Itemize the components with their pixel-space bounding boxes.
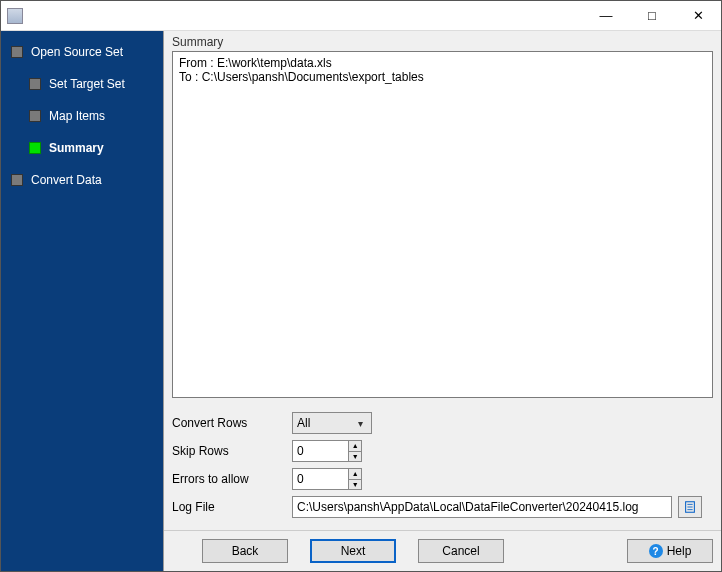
- chevron-down-icon: ▾: [353, 418, 367, 429]
- step-set-target-set[interactable]: Set Target Set: [5, 71, 163, 97]
- convert-rows-select[interactable]: All ▾: [292, 412, 372, 434]
- section-label: Summary: [164, 31, 721, 51]
- cancel-button-label: Cancel: [442, 544, 479, 558]
- main-panel: Summary From : E:\work\temp\data.xls To …: [163, 31, 721, 571]
- help-button[interactable]: ? Help: [627, 539, 713, 563]
- log-file-input[interactable]: [292, 496, 672, 518]
- step-label: Open Source Set: [31, 45, 123, 59]
- back-button-label: Back: [232, 544, 259, 558]
- titlebar: — □ ✕: [1, 1, 721, 31]
- browse-log-button[interactable]: [678, 496, 702, 518]
- step-label: Summary: [49, 141, 104, 155]
- row-errors-allow: Errors to allow ▲ ▼: [172, 466, 713, 492]
- step-label: Map Items: [49, 109, 105, 123]
- wizard-button-row: Back Next Cancel ? Help: [164, 530, 721, 571]
- errors-allow-input[interactable]: [293, 469, 348, 489]
- errors-allow-label: Errors to allow: [172, 472, 292, 486]
- help-icon: ?: [649, 544, 663, 558]
- spin-down-icon[interactable]: ▼: [349, 452, 361, 462]
- log-file-label: Log File: [172, 500, 292, 514]
- row-convert-rows: Convert Rows All ▾: [172, 410, 713, 436]
- minimize-button[interactable]: —: [583, 1, 629, 30]
- app-window: — □ ✕ Open Source Set Set Target Set Map…: [0, 0, 722, 572]
- next-button-label: Next: [341, 544, 366, 558]
- spin-up-icon[interactable]: ▲: [349, 469, 361, 480]
- errors-allow-spinner[interactable]: ▲ ▼: [292, 468, 362, 490]
- options-form: Convert Rows All ▾ Skip Rows ▲ ▼: [164, 406, 721, 530]
- body: Open Source Set Set Target Set Map Items…: [1, 31, 721, 571]
- window-controls: — □ ✕: [583, 1, 721, 30]
- wizard-sidebar: Open Source Set Set Target Set Map Items…: [1, 31, 163, 571]
- help-button-label: Help: [667, 544, 692, 558]
- step-open-source-set[interactable]: Open Source Set: [5, 39, 163, 65]
- step-status-icon: [29, 110, 41, 122]
- spinner-buttons: ▲ ▼: [348, 469, 361, 489]
- step-status-icon: [11, 46, 23, 58]
- step-status-icon: [29, 142, 41, 154]
- back-button[interactable]: Back: [202, 539, 288, 563]
- maximize-button[interactable]: □: [629, 1, 675, 30]
- spin-down-icon[interactable]: ▼: [349, 480, 361, 490]
- spin-up-icon[interactable]: ▲: [349, 441, 361, 452]
- step-map-items[interactable]: Map Items: [5, 103, 163, 129]
- close-button[interactable]: ✕: [675, 1, 721, 30]
- document-icon: [683, 500, 697, 514]
- convert-rows-label: Convert Rows: [172, 416, 292, 430]
- cancel-button[interactable]: Cancel: [418, 539, 504, 563]
- summary-textarea[interactable]: From : E:\work\temp\data.xls To : C:\Use…: [172, 51, 713, 398]
- step-label: Convert Data: [31, 173, 102, 187]
- skip-rows-input[interactable]: [293, 441, 348, 461]
- step-label: Set Target Set: [49, 77, 125, 91]
- spinner-buttons: ▲ ▼: [348, 441, 361, 461]
- step-status-icon: [11, 174, 23, 186]
- step-convert-data[interactable]: Convert Data: [5, 167, 163, 193]
- skip-rows-spinner[interactable]: ▲ ▼: [292, 440, 362, 462]
- step-status-icon: [29, 78, 41, 90]
- step-summary[interactable]: Summary: [5, 135, 163, 161]
- next-button[interactable]: Next: [310, 539, 396, 563]
- skip-rows-label: Skip Rows: [172, 444, 292, 458]
- row-skip-rows: Skip Rows ▲ ▼: [172, 438, 713, 464]
- app-icon: [7, 8, 23, 24]
- convert-rows-value: All: [297, 416, 353, 430]
- row-log-file: Log File: [172, 494, 713, 520]
